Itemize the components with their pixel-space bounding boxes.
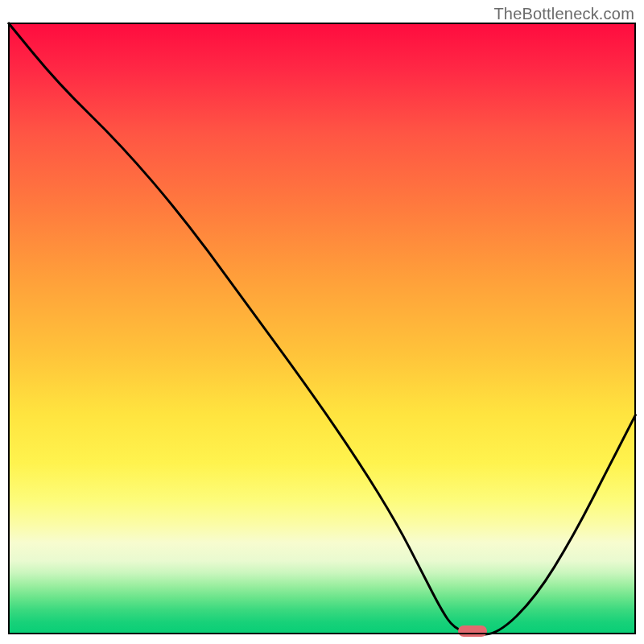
chart-frame <box>8 23 636 634</box>
minimum-marker <box>458 625 487 637</box>
bottleneck-curve <box>8 23 636 634</box>
curve-path <box>8 23 636 634</box>
watermark-text: TheBottleneck.com <box>493 5 634 23</box>
